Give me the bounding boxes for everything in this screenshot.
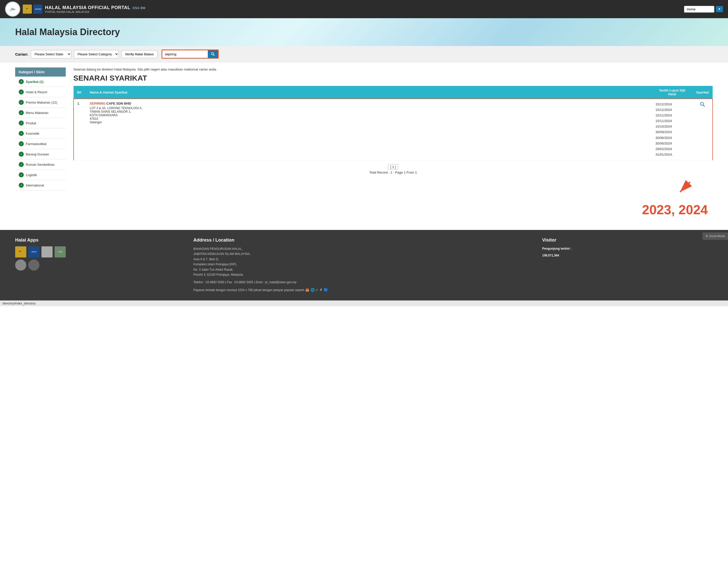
page-number[interactable]: [ 1 ] xyxy=(388,164,398,170)
footer-halal-apps-title: Halal Apps xyxy=(15,238,186,243)
logo-area: حلال 🇲🇾 JAKIM HALAL MALAYSIA OFFICIAL PO… xyxy=(5,2,680,17)
total-record-text: Total Record : 1 - Page 1 From 1 xyxy=(369,171,417,174)
sidebar-item-kosmetik[interactable]: ✓ Kosmetik xyxy=(15,128,66,139)
footer: ⚙ Social Media Halal Apps 🇲🇾 JAKIM CCM xyxy=(0,230,728,301)
search-input[interactable] xyxy=(162,51,208,58)
sidebar-label-logistik: Logistik xyxy=(26,173,37,177)
lang-en[interactable]: ENG xyxy=(133,6,140,10)
col-syarikat: Syarikat xyxy=(692,86,713,99)
check-icon-kosmetik: ✓ xyxy=(19,131,24,136)
check-icon-menu: ✓ xyxy=(19,110,24,115)
footer-logo-4: CCM xyxy=(55,246,66,258)
company-name-rest: CAFE SDN BHD xyxy=(105,102,131,105)
check-icon-premis: ✓ xyxy=(19,100,24,105)
sidebar-label-premis: Premis Makanan (12) xyxy=(26,101,57,104)
portal-title: HALAL MALAYSIA OFFICIAL PORTAL ENG BM PO… xyxy=(45,5,145,13)
page-title: Halal Malaysia Directory xyxy=(15,27,120,37)
sidebar-item-logistik[interactable]: ✓ Logistik xyxy=(15,170,66,180)
check-icon-syarikat: ✓ xyxy=(19,79,24,84)
results-table: Bil Nama & Alamat Syarikat Tarikh Luput … xyxy=(73,86,713,160)
state-select[interactable]: Please Select State xyxy=(31,50,71,58)
status-bar-url: directory/index_directory xyxy=(3,302,36,305)
search-submit-button[interactable] xyxy=(208,50,218,58)
footer-logo-2: JAKIM xyxy=(28,246,39,258)
portal-title-text: HALAL MALAYSIA OFFICIAL PORTAL xyxy=(45,5,130,10)
pagination-info: [ 1 ] Total Record : 1 - Page 1 From 1 xyxy=(73,164,713,174)
results-area: Selamat datang ke direktori Halal Malays… xyxy=(73,62,713,222)
malaysia-logo: 🇲🇾 xyxy=(23,5,32,14)
sidebar-header: Kategori / Skim xyxy=(15,68,66,77)
col-tarikh: Tarikh Luput Sijil Halal xyxy=(652,86,692,99)
footer-logo-5 xyxy=(15,260,26,271)
sidebar-item-syarikat[interactable]: ✓ Syarikat (1) xyxy=(15,77,66,87)
sidebar-label-hotel: Hotel & Resort xyxy=(26,90,47,94)
sidebar-label-produk: Produk xyxy=(26,121,36,125)
category-select[interactable]: Please Select Category xyxy=(74,50,119,58)
footer-visitor-label: Pengunjung terkini : xyxy=(542,246,713,251)
col-nama: Nama & Alamat Syarikat xyxy=(86,86,652,99)
footer-logos-2 xyxy=(15,260,186,271)
footer-visitor: Visitor Pengunjung terkini : 109,571,364 xyxy=(542,238,713,293)
footer-contact: Telefon : 03-8892 5000 | Fax : 03-8892 5… xyxy=(193,280,535,285)
social-media-label: Social Media xyxy=(709,235,725,238)
nav-chevron-icon[interactable]: ▼ xyxy=(716,6,723,12)
jakim-logos: 🇲🇾 JAKIM xyxy=(23,5,42,14)
svg-line-5 xyxy=(680,182,690,192)
sidebar-item-produk[interactable]: ✓ Produk xyxy=(15,118,66,128)
sidebar-label-syarikat: Syarikat (1) xyxy=(26,80,43,84)
search-input-wrap xyxy=(162,50,219,59)
check-icon-international: ✓ xyxy=(19,183,24,188)
col-bil: Bil xyxy=(74,86,86,99)
row-bil: 1. xyxy=(74,99,86,160)
check-icon-farma: ✓ xyxy=(19,141,24,146)
footer-logos: 🇲🇾 JAKIM CCM xyxy=(15,246,186,258)
check-icon-logistik: ✓ xyxy=(19,172,24,177)
sidebar-item-menu[interactable]: ✓ Menu Makanan xyxy=(15,108,66,118)
sidebar-label-menu: Menu Makanan xyxy=(26,111,49,115)
search-label: Carian: xyxy=(15,52,28,56)
page-banner: Halal Malaysia Directory xyxy=(0,18,728,46)
footer-logo-3 xyxy=(41,246,53,258)
company-address: LOT 3 & 3A, LORONG TEKNOLOGI A, TAMAN SA… xyxy=(90,106,648,124)
welcome-text: Selamat datang ke direktori Halal Malays… xyxy=(73,68,713,71)
jakim-logo: JAKIM xyxy=(33,5,42,14)
sidebar-label-barang: Barang Gunaan xyxy=(26,152,49,156)
sidebar-item-rumah[interactable]: ✓ Rumah Sembelihan xyxy=(15,160,66,170)
big-year-annotation: 2023, 2024 xyxy=(73,202,708,217)
halal-logo: حلال xyxy=(5,2,20,17)
red-arrow-icon xyxy=(672,177,693,197)
main-content: Kategori / Skim ✓ Syarikat (1) ✓ Hotel &… xyxy=(0,62,728,222)
status-bar: directory/index_directory xyxy=(0,300,728,306)
sidebar-item-barang[interactable]: ✓ Barang Gunaan xyxy=(15,149,66,160)
sidebar-item-premis[interactable]: ✓ Premis Makanan (12) xyxy=(15,97,66,108)
check-icon-rumah: ✓ xyxy=(19,162,24,167)
svg-line-1 xyxy=(213,55,215,56)
footer-address-title: Address / Location xyxy=(193,238,535,243)
nav-select-wrap: Home ▼ xyxy=(684,6,723,13)
check-icon-hotel: ✓ xyxy=(19,89,24,95)
nav-home-select[interactable]: Home xyxy=(684,6,714,13)
sidebar: Kategori / Skim ✓ Syarikat (1) ✓ Hotel &… xyxy=(15,68,66,222)
sidebar-item-hotel[interactable]: ✓ Hotel & Resort xyxy=(15,87,66,97)
sidebar-item-farma[interactable]: ✓ Farmaseutikal xyxy=(15,139,66,149)
svg-point-0 xyxy=(211,53,214,55)
footer-address: Address / Location BAHAGIAN PENGURUSAN H… xyxy=(193,238,535,293)
footer-visitor-count: 109,571,364 xyxy=(542,253,713,258)
verify-halal-button[interactable]: Verify Halal Status xyxy=(121,50,157,58)
footer-address-lines: BAHAGIAN PENGURUSAN HALAL, JABATAN KEMAJ… xyxy=(193,246,535,277)
table-row: 1. SEPIRING CAFE SDN BHD LOT 3 & 3A, LOR… xyxy=(74,99,713,160)
footer-logo-6 xyxy=(28,260,39,271)
social-media-button[interactable]: ⚙ Social Media xyxy=(702,233,728,240)
portal-subtitle: PORTAL RASMI HALAL MALAYSIA xyxy=(45,10,145,13)
row-dates: 15/12/2024 15/12/2024 15/11/2024 15/11/2… xyxy=(652,99,692,160)
lang-bm[interactable]: BM xyxy=(141,6,145,10)
footer-content: Halal Apps 🇲🇾 JAKIM CCM Address / Locati… xyxy=(0,230,728,301)
search-icon xyxy=(211,52,215,56)
row-search-action[interactable] xyxy=(692,99,713,160)
sidebar-item-international[interactable]: ✓ International xyxy=(15,180,66,191)
arrow-annotation xyxy=(73,177,693,197)
top-navigation: حلال 🇲🇾 JAKIM HALAL MALAYSIA OFFICIAL PO… xyxy=(0,0,728,18)
search-result-icon xyxy=(700,102,705,107)
sidebar-label-rumah: Rumah Sembelihan xyxy=(26,163,55,167)
footer-logo-1: 🇲🇾 xyxy=(15,246,26,258)
